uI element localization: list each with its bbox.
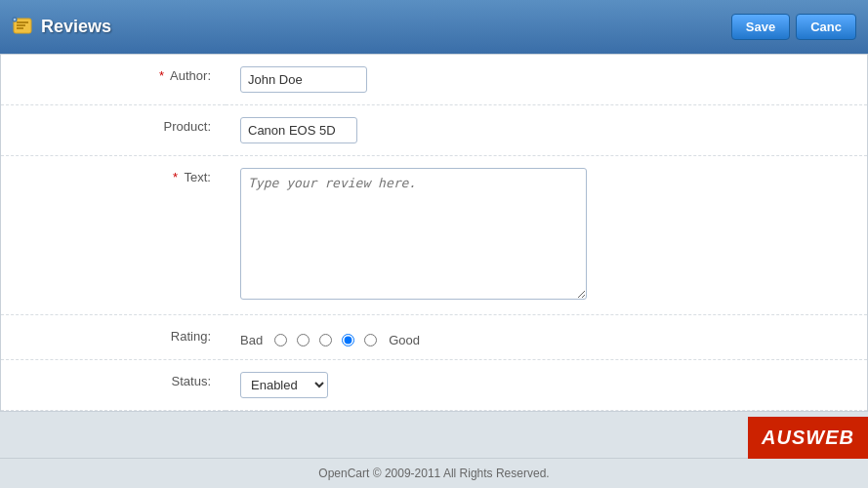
author-input[interactable] — [240, 66, 367, 93]
watermark-logo: AUSWEB — [748, 417, 868, 459]
rating-good-label: Good — [389, 333, 420, 347]
rating-2-radio[interactable] — [297, 334, 310, 346]
product-label-cell: Product: — [1, 105, 226, 156]
status-row: Status: Enabled Disabled — [1, 360, 867, 411]
text-label: Text: — [185, 170, 211, 184]
author-required-star: * — [159, 68, 164, 83]
save-button[interactable]: Save — [731, 14, 790, 40]
rating-5-radio[interactable] — [364, 334, 377, 346]
text-label-cell: * Text: — [1, 156, 226, 315]
rating-label-cell: Rating: — [1, 315, 226, 360]
status-select[interactable]: Enabled Disabled — [240, 372, 328, 398]
page-title: Reviews — [41, 17, 111, 37]
status-input-cell: Enabled Disabled — [226, 360, 867, 411]
text-required-star: * — [173, 170, 178, 184]
status-label: Status: — [172, 374, 211, 388]
rating-row: Rating: Bad Good — [1, 315, 867, 360]
product-input-cell — [226, 105, 867, 156]
rating-3-radio[interactable] — [319, 334, 332, 346]
reviews-icon — [12, 17, 33, 38]
rating-container: Bad Good — [240, 327, 852, 347]
author-input-cell — [226, 55, 867, 105]
rating-label: Rating: — [171, 329, 211, 344]
footer: OpenCart © 2009-2011 All Rights Reserved… — [0, 458, 868, 488]
header-buttons: Save Canc — [731, 14, 856, 40]
header-bar: Reviews Save Canc — [0, 0, 868, 54]
text-row: * Text: — [1, 156, 867, 315]
main-content: * Author: Product: * Tex — [0, 54, 868, 412]
footer-copyright: OpenCart © 2009-2011 All Rights Reserved… — [318, 467, 549, 480]
header-title-area: Reviews — [12, 17, 111, 38]
product-label: Product: — [164, 119, 211, 134]
rating-4-radio[interactable] — [342, 334, 354, 346]
rating-1-radio[interactable] — [274, 334, 287, 346]
author-label-cell: * Author: — [1, 55, 226, 105]
cancel-button[interactable]: Canc — [796, 14, 856, 40]
author-row: * Author: — [1, 55, 867, 105]
author-label: Author: — [170, 68, 211, 83]
product-input[interactable] — [240, 117, 357, 143]
rating-bad-label: Bad — [240, 333, 263, 347]
text-textarea[interactable] — [240, 168, 587, 300]
product-row: Product: — [1, 105, 867, 156]
text-input-cell — [226, 156, 867, 315]
watermark-text: AUSWEB — [762, 427, 854, 448]
form-table: * Author: Product: * Tex — [1, 55, 867, 411]
status-label-cell: Status: — [1, 360, 226, 411]
rating-input-cell: Bad Good — [226, 315, 867, 360]
